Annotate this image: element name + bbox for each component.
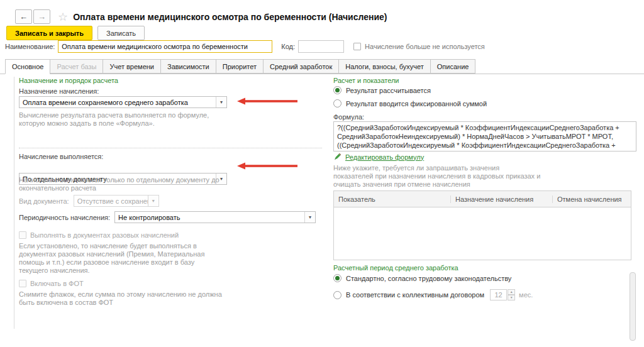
indicators-hint: Ниже укажите, требуется ли запрашивать з… [333, 164, 540, 189]
months-stepper: 12 ▲ ▼ мес. [490, 289, 533, 300]
save-and-close-button[interactable]: Записать и закрыть [6, 26, 92, 40]
standard-period-radio-row: Стандартно, согласно трудовому законодат… [333, 274, 511, 282]
formula-label: Формула: [333, 113, 364, 121]
section-header-calc: Расчет и показатели [333, 77, 399, 84]
fot-checkbox[interactable] [19, 280, 26, 287]
fot-checkbox-label: Включать в ФОТ [30, 280, 84, 287]
name-row: Наименование: Оплата времени медицинског… [5, 40, 485, 53]
months-input[interactable]: 12 [490, 289, 507, 300]
periodicity-combobox[interactable]: Не контролировать ▾ [114, 211, 316, 223]
formula-field[interactable]: ?((СреднийЗаработокИндексируемый * Коэфф… [333, 121, 636, 151]
section-header-avg-period: Расчетный период среднего заработка [333, 264, 458, 272]
doc-kind-row: Вид документа: Отсутствие с сохранение ▾ [19, 195, 159, 207]
onetime-checkbox-label: Выполнять в документах разовых начислени… [30, 231, 179, 239]
forward-button[interactable]: → [33, 9, 50, 24]
purpose-combobox[interactable]: Оплата времени сохраняемого среднего зар… [19, 96, 227, 108]
column-header-cancel: Отмена начисления [552, 196, 631, 203]
name-input-value: Оплата времени медицинского осмотра по б… [62, 43, 248, 50]
periodicity-value: Не контролировать [118, 214, 180, 221]
fot-checkbox-row: Включать в ФОТ [19, 280, 84, 287]
indicators-table[interactable]: Показатель Назначение начисления Отмена … [333, 190, 631, 260]
tab-base-calc[interactable]: Расчет базы [50, 59, 103, 74]
code-label: Код: [281, 43, 295, 50]
tab-time-tracking[interactable]: Учет времени [103, 59, 160, 74]
annotation-arrow-purpose [237, 97, 297, 105]
command-bar: Записать и закрыть Записать [6, 26, 145, 40]
result-fixed-radio-row: Результат вводится фиксированной суммой [333, 99, 487, 107]
back-arrow-icon: ← [19, 12, 28, 21]
fot-hint: Снимите флажок, если сумма по этому начи… [19, 290, 222, 307]
page-title: Оплата времени медицинского осмотра по б… [73, 12, 387, 22]
not-used-checkbox[interactable] [353, 43, 361, 50]
column-header-assign: Назначение начисления [450, 196, 552, 203]
favorite-star-icon[interactable]: ☆ [58, 11, 68, 23]
stepper-up-icon[interactable]: ▲ [508, 289, 515, 295]
months-unit-label: мес. [519, 291, 533, 299]
accrual-card-window: ← → ☆ Оплата времени медицинского осмотр… [0, 0, 644, 347]
standard-period-label: Стандартно, согласно трудовому законодат… [346, 275, 511, 282]
left-edge-divider [14, 77, 14, 329]
back-button[interactable]: ← [15, 9, 32, 24]
purpose-and-order-section: Назначение и порядок расчета Назначение … [19, 77, 322, 328]
purpose-label: Назначение начисления: [19, 87, 99, 95]
tab-strip: Основное Расчет базы Учет времени Зависи… [0, 59, 644, 74]
edit-formula-row: Редактировать формулу [333, 153, 424, 161]
collective-period-radio-row: В соответствии с коллективным договором … [333, 289, 533, 300]
result-fixed-radio[interactable] [333, 99, 341, 107]
tab-average-earnings[interactable]: Средний заработок [263, 59, 338, 74]
dropdown-arrow-icon[interactable]: ▾ [304, 212, 315, 223]
periodicity-row: Периодичность начисления: Не контролиров… [19, 211, 316, 223]
performed-hint: Начисление выполняется только по отдельн… [19, 176, 219, 192]
name-input[interactable]: Оплата времени медицинского осмотра по б… [58, 40, 272, 53]
forward-arrow-icon: → [38, 12, 46, 21]
calculation-section: Расчет и показатели Результат рассчитыва… [333, 77, 638, 341]
vertical-scrollbar[interactable] [630, 272, 636, 341]
window-header: ← → ☆ Оплата времени медицинского осмотр… [15, 9, 387, 24]
dropdown-arrow-icon[interactable]: ▾ [148, 196, 158, 206]
doc-kind-combobox[interactable]: Отсутствие с сохранение ▾ [74, 195, 159, 207]
not-used-checkbox-label: Начисление больше не используется [365, 43, 485, 50]
save-label: Записать [106, 30, 136, 37]
doc-kind-label: Вид документа: [19, 197, 69, 205]
code-input[interactable] [298, 40, 344, 53]
purpose-hint: Вычисление результата расчета выполняетс… [19, 111, 209, 128]
collective-period-radio[interactable] [333, 291, 341, 299]
indicators-table-body[interactable] [334, 207, 631, 260]
tab-dependencies[interactable]: Зависимости [160, 59, 216, 74]
standard-period-radio[interactable] [333, 274, 341, 282]
save-button[interactable]: Записать [97, 26, 145, 40]
save-and-close-label: Записать и закрыть [15, 30, 84, 37]
name-label: Наименование: [5, 43, 55, 50]
result-calculated-radio-row: Результат рассчитывается [333, 86, 431, 94]
stepper-buttons: ▲ ▼ [508, 289, 515, 300]
onetime-hint: Если установлено, то начисление будет вы… [19, 242, 204, 275]
onetime-checkbox[interactable] [19, 231, 26, 239]
section-header-purpose: Назначение и порядок расчета [19, 77, 118, 84]
collective-period-label: В соответствии с коллективным договором [346, 291, 484, 299]
pencil-icon [333, 153, 341, 161]
onetime-checkbox-row: Выполнять в документах разовых начислени… [19, 231, 179, 239]
stepper-down-icon[interactable]: ▼ [508, 295, 515, 300]
periodicity-label: Периодичность начисления: [19, 214, 110, 221]
tab-taxes-accounting[interactable]: Налоги, взносы, бухучет [338, 59, 430, 74]
dropdown-arrow-icon[interactable]: ▾ [216, 97, 226, 107]
purpose-value: Оплата времени сохраняемого среднего зар… [23, 99, 188, 106]
column-header-indicator: Показатель [334, 196, 450, 203]
result-fixed-label: Результат вводится фиксированной суммой [346, 100, 487, 107]
doc-kind-value: Отсутствие с сохранение [77, 197, 159, 205]
tab-main[interactable]: Основное [5, 59, 50, 74]
indicators-table-header: Показатель Назначение начисления Отмена … [334, 191, 631, 207]
section-divider [19, 148, 322, 148]
performed-label: Начисление выполняется: [19, 153, 103, 160]
annotation-arrow-performed [237, 162, 297, 170]
tab-description[interactable]: Описание [430, 59, 476, 74]
result-calculated-radio[interactable] [333, 86, 341, 94]
tab-priority[interactable]: Приоритет [216, 59, 263, 74]
edit-formula-link[interactable]: Редактировать формулу [345, 153, 424, 161]
result-calculated-label: Результат рассчитывается [346, 87, 431, 94]
